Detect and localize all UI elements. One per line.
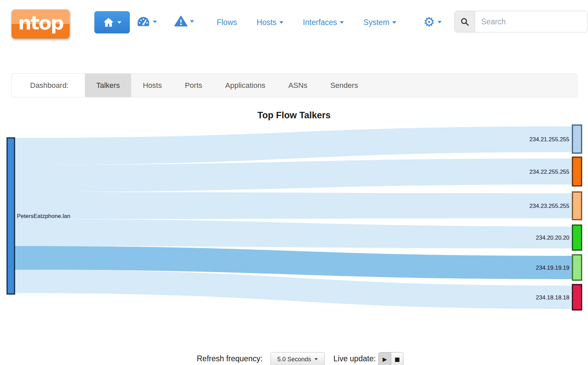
sankey-node-234.23.255.255[interactable] (572, 192, 582, 220)
nav-links: FlowsHostsInterfacesSystem (217, 15, 396, 30)
live-update-label: Live update: (333, 354, 376, 363)
tab-talkers[interactable]: Talkers (85, 74, 132, 97)
home-icon (103, 17, 114, 27)
refresh-frequency-label: Refresh frequency: (197, 354, 262, 363)
sankey-node-source[interactable] (7, 138, 15, 294)
chevron-down-icon (392, 21, 396, 24)
chevron-down-icon (117, 21, 121, 24)
sankey-node-234.20.20.20[interactable] (572, 225, 582, 250)
stop-icon: ■ (394, 356, 400, 363)
sankey-ribbon-234.23.255.255[interactable] (15, 192, 572, 219)
play-icon: ▶ (382, 356, 387, 363)
tab-hosts[interactable]: Hosts (131, 74, 173, 97)
tab-asns[interactable]: ASNs (277, 74, 319, 97)
chevron-down-icon (340, 21, 344, 24)
refresh-frequency-select[interactable]: 5.0 Seconds (271, 352, 325, 365)
nav-hosts[interactable]: Hosts (257, 18, 283, 27)
dashboards-menu-button[interactable] (137, 16, 157, 27)
gauge-icon (137, 16, 150, 27)
home-menu-button[interactable] (94, 11, 130, 33)
tab-applications[interactable]: Applications (214, 74, 277, 97)
chevron-down-icon (153, 21, 157, 23)
tab-ports[interactable]: Ports (173, 74, 214, 97)
chart-title: Top Flow Talkers (0, 110, 588, 121)
ntop-logo-text: ntop (18, 12, 63, 36)
dashboard-tabbar: Dashboard: TalkersHostsPortsApplications… (11, 73, 578, 97)
sankey-node-234.19.19.19[interactable] (572, 255, 582, 280)
sankey-node-234.22.255.255[interactable] (572, 157, 582, 186)
search-bar (454, 11, 588, 32)
search-input[interactable] (475, 11, 587, 32)
sankey-node-234.21.255.255[interactable] (572, 125, 582, 153)
nav-flows[interactable]: Flows (217, 18, 237, 27)
chevron-down-icon (314, 358, 318, 360)
alerts-menu-button[interactable] (174, 15, 194, 27)
live-update-controls: ▶ ■ (378, 352, 403, 365)
sankey-ribbon-234.20.20.20[interactable] (15, 219, 572, 248)
sankey-node-234.18.18.18[interactable] (572, 285, 582, 310)
settings-menu-button[interactable]: ⚙ (423, 16, 442, 28)
chevron-down-icon (438, 21, 442, 23)
top-flow-talkers-sankey: PetersEatzphone.lan234.21.255.255234.22.… (0, 0, 588, 365)
gear-icon: ⚙ (423, 16, 435, 28)
stop-button[interactable]: ■ (391, 352, 403, 365)
warning-triangle-icon (174, 15, 187, 27)
tab-senders[interactable]: Senders (319, 74, 370, 97)
refresh-frequency-value: 5.0 Seconds (277, 356, 311, 363)
chevron-down-icon (279, 21, 283, 24)
ntop-logo[interactable]: ntop (11, 9, 70, 39)
search-button[interactable] (455, 11, 475, 32)
nav-system[interactable]: System (363, 18, 396, 27)
chevron-down-icon (190, 20, 194, 23)
dashboard-label: Dashboard: (12, 74, 85, 97)
play-button[interactable]: ▶ (379, 352, 391, 365)
search-icon (460, 17, 469, 26)
nav-interfaces[interactable]: Interfaces (303, 18, 344, 27)
